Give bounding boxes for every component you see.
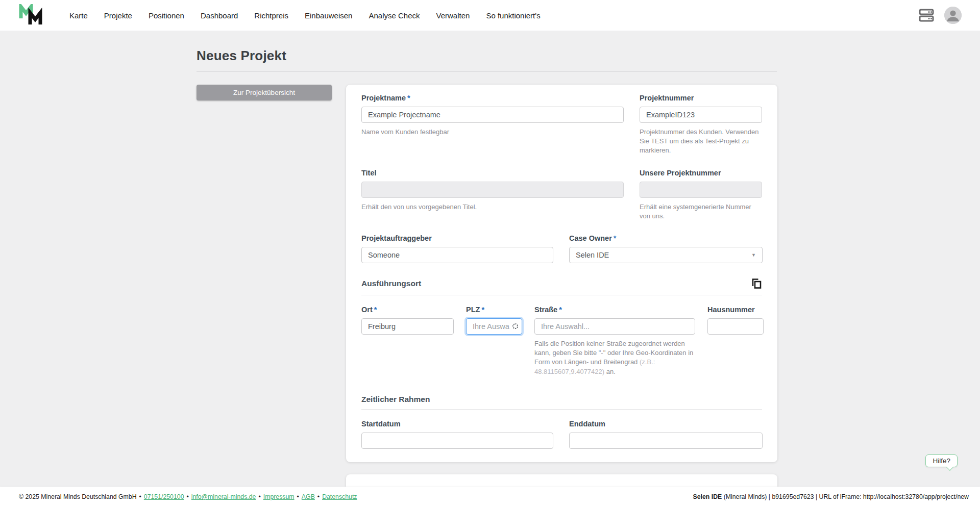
- titel-hint: Erhält den von uns vorgegebenen Titel.: [361, 202, 624, 212]
- hilfe-button[interactable]: Hilfe?: [925, 454, 958, 467]
- strasse-label: Straße*: [534, 306, 695, 314]
- session-details: (Mineral Minds) | b91695ed7623 | URL of …: [722, 493, 969, 500]
- footer-phone-link[interactable]: 07151/250100: [144, 493, 184, 500]
- footer-agb-link[interactable]: AGB: [302, 493, 315, 500]
- navbar-right: [919, 7, 962, 24]
- title-divider: [197, 71, 777, 72]
- footer: © 2025 Mineral Minds Deutschland GmbH•07…: [0, 487, 980, 507]
- unsere-projektnummer-input: [640, 182, 762, 198]
- page-title: Neues Projekt: [197, 48, 777, 64]
- footer-impressum-link[interactable]: Impressum: [263, 493, 295, 500]
- projektname-hint: Name vom Kunden festlegbar: [361, 128, 624, 137]
- server-dns-icon[interactable]: [919, 9, 934, 22]
- footer-email-link[interactable]: info@mineral-minds.de: [191, 493, 256, 500]
- nav-item-verwalten[interactable]: Verwalten: [436, 11, 470, 20]
- zur-projektuebersicht-button[interactable]: Zur Projektübersicht: [197, 85, 332, 100]
- project-form-card: Projektname* Name vom Kunden festlegbar …: [346, 85, 777, 462]
- nav-item-dashboard[interactable]: Dashboard: [201, 11, 238, 20]
- projektnummer-hint: Projektnummer des Kunden. Verwenden Sie …: [640, 128, 762, 156]
- case-owner-label: Case Owner*: [569, 234, 763, 242]
- projektnummer-input[interactable]: [640, 107, 762, 123]
- startdatum-label: Startdatum: [361, 420, 553, 428]
- case-owner-field-group: Case Owner* Selen IDE ▼: [569, 234, 763, 263]
- nav-item-so-funktionierts[interactable]: So funktioniert's: [486, 11, 540, 20]
- startdatum-field-group: Startdatum: [361, 420, 553, 449]
- nav-item-einbauweisen[interactable]: Einbauweisen: [305, 11, 352, 20]
- mineral-minds-logo[interactable]: [18, 4, 43, 27]
- projektnummer-field-group: Projektnummer Projektnummer des Kunden. …: [640, 94, 762, 156]
- plz-field-group: PLZ*: [466, 306, 522, 376]
- required-asterisk: *: [481, 306, 484, 314]
- hausnummer-label: Hausnummer: [707, 306, 764, 314]
- titel-field-group: Titel Erhält den von uns vorgegebenen Ti…: [361, 169, 624, 221]
- main-area: Neues Projekt Zur Projektübersicht Proje…: [0, 31, 980, 507]
- strasse-input[interactable]: [534, 318, 695, 335]
- nav-item-karte[interactable]: Karte: [69, 11, 88, 20]
- projektauftraggeber-label: Projektauftraggeber: [361, 234, 553, 242]
- projektauftraggeber-input[interactable]: [361, 247, 553, 263]
- top-navbar: Karte Projekte Positionen Dashboard Rich…: [0, 0, 980, 31]
- logo-icon: [18, 4, 43, 27]
- startdatum-input[interactable]: [361, 433, 553, 449]
- ausfuehrungsort-heading: Ausführungsort: [361, 279, 421, 288]
- case-owner-select[interactable]: Selen IDE ▼: [569, 247, 763, 263]
- ort-input[interactable]: [361, 318, 454, 335]
- strasse-field-group: Straße* Falls die Position keiner Straße…: [534, 306, 695, 376]
- enddatum-field-group: Enddatum: [569, 420, 763, 449]
- ausfuehrungsort-divider: [361, 295, 762, 295]
- user-avatar-icon[interactable]: [944, 7, 962, 24]
- required-asterisk: *: [614, 234, 617, 242]
- unsere-projektnummer-label: Unsere Projektnummer: [640, 169, 762, 177]
- projektname-input[interactable]: [361, 107, 624, 123]
- required-asterisk: *: [559, 306, 562, 314]
- footer-session-info: Selen IDE (Mineral Minds) | b91695ed7623…: [693, 493, 969, 500]
- nav-item-richtpreis[interactable]: Richtpreis: [254, 11, 288, 20]
- copy-address-icon[interactable]: [751, 277, 762, 290]
- required-asterisk: *: [374, 306, 377, 314]
- nav-item-positionen[interactable]: Positionen: [149, 11, 184, 20]
- hilfe-label: Hilfe?: [933, 457, 950, 465]
- required-asterisk: *: [407, 94, 410, 102]
- nav-item-projekte[interactable]: Projekte: [104, 11, 132, 20]
- chevron-down-icon: ▼: [751, 252, 756, 258]
- titel-input: [361, 182, 624, 198]
- hausnummer-field-group: Hausnummer: [707, 306, 764, 376]
- unsere-projektnummer-hint: Erhält eine systemgenerierte Nummer von …: [640, 202, 762, 221]
- strasse-hint: Falls die Position keiner Straße zugeord…: [534, 339, 695, 376]
- form-column: Projektname* Name vom Kunden festlegbar …: [346, 85, 777, 507]
- session-owner: Selen IDE: [693, 493, 722, 500]
- unsere-projektnummer-field-group: Unsere Projektnummer Erhält eine systemg…: [640, 169, 762, 221]
- copyright-text: © 2025 Mineral Minds Deutschland GmbH: [19, 493, 137, 500]
- case-owner-selected-value: Selen IDE: [576, 251, 609, 259]
- footer-datenschutz-link[interactable]: Datenschutz: [322, 493, 357, 500]
- hausnummer-input[interactable]: [707, 318, 764, 335]
- plz-label: PLZ*: [466, 306, 522, 314]
- projektauftraggeber-field-group: Projektauftraggeber: [361, 234, 553, 263]
- projektnummer-label: Projektnummer: [640, 94, 762, 102]
- projektname-label: Projektname*: [361, 94, 624, 102]
- nav-item-analyse-check[interactable]: Analyse Check: [369, 11, 420, 20]
- ort-label: Ort*: [361, 306, 454, 314]
- enddatum-label: Enddatum: [569, 420, 763, 428]
- zeitlicher-rahmen-divider: [361, 409, 762, 410]
- main-nav: Karte Projekte Positionen Dashboard Rich…: [69, 11, 541, 20]
- titel-label: Titel: [361, 169, 624, 177]
- enddatum-input[interactable]: [569, 433, 763, 449]
- left-column: Zur Projektübersicht: [197, 85, 332, 100]
- zeitlicher-rahmen-heading: Zeitlicher Rahmen: [361, 395, 430, 404]
- footer-left: © 2025 Mineral Minds Deutschland GmbH•07…: [19, 493, 357, 500]
- ort-field-group: Ort*: [361, 306, 454, 376]
- loading-spinner-icon: [512, 323, 518, 329]
- projektname-field-group: Projektname* Name vom Kunden festlegbar: [361, 94, 624, 156]
